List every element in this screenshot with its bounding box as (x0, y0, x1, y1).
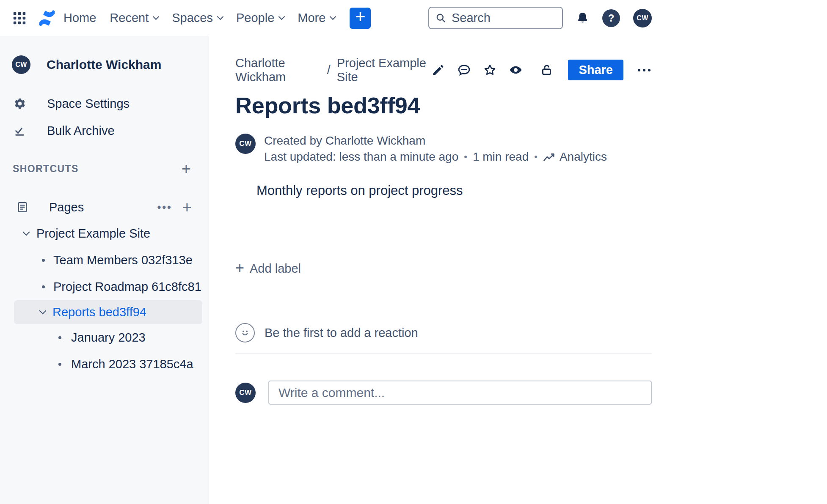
add-reaction-button[interactable] (235, 323, 255, 342)
grid-icon (12, 11, 27, 25)
byline-text: Created by Charlotte Wickham Last update… (264, 134, 607, 164)
breadcrumb-row: Charlotte Wickham / Project Example Site (235, 60, 652, 80)
dot-separator: • (464, 151, 467, 162)
nav-home[interactable]: Home (63, 11, 96, 25)
help-button[interactable]: ? (602, 9, 620, 27)
star-icon (483, 63, 497, 77)
edit-button[interactable] (430, 63, 446, 78)
notifications-button[interactable] (576, 11, 589, 25)
analytics-icon (543, 152, 555, 162)
share-button[interactable]: Share (568, 60, 623, 80)
app-switcher-button[interactable] (12, 11, 27, 26)
space-sidebar: CW Charlotte Wickham Space Settings Bulk… (0, 36, 209, 504)
tree-item-team-members[interactable]: Team Members 032f313e (0, 247, 209, 274)
confluence-logo[interactable] (37, 8, 57, 28)
chevron-down-icon (217, 13, 224, 20)
author-avatar-initials: CW (239, 140, 251, 148)
nav-spaces[interactable]: Spaces (172, 11, 223, 25)
space-menu: Space Settings Bulk Archive (0, 90, 209, 144)
bullet-icon (58, 363, 61, 366)
bulk-archive-icon (14, 124, 26, 137)
watch-button[interactable] (508, 63, 523, 78)
nav-spaces-label: Spaces (172, 11, 213, 25)
eye-icon (508, 63, 523, 77)
tree-item-project-example-site[interactable]: Project Example Site (0, 220, 209, 247)
comments-divider (235, 353, 652, 354)
pages-label: Pages (49, 200, 137, 214)
byline: CW Created by Charlotte Wickham Last upd… (235, 134, 652, 164)
nav-more[interactable]: More (298, 11, 335, 25)
commenter-avatar-initials: CW (239, 389, 251, 397)
tree-item-label: January 2023 (71, 331, 146, 345)
page-content: Charlotte Wickham / Project Example Site (209, 36, 664, 504)
chevron-down-icon (330, 13, 336, 20)
bullet-icon (42, 285, 45, 288)
nav-recent[interactable]: Recent (110, 11, 158, 25)
space-name: Charlotte Wickham (47, 58, 161, 72)
space-avatar-initials: CW (15, 61, 27, 68)
reaction-row: Be the first to add a reaction (235, 323, 652, 342)
sidebar-item-label: Bulk Archive (47, 124, 115, 138)
tree-item-reports-selected[interactable]: Reports bed3ff94 (14, 300, 202, 324)
user-avatar-initials: CW (637, 14, 648, 22)
commenter-avatar: CW (235, 383, 256, 403)
more-actions-button[interactable] (637, 63, 652, 78)
star-button[interactable] (482, 63, 497, 78)
author-avatar: CW (235, 134, 256, 154)
plus-icon: + (235, 260, 244, 276)
gear-icon (14, 97, 26, 110)
page-body-text: Monthly reports on project progress (256, 183, 652, 198)
tree-item-january-2023[interactable]: January 2023 (0, 324, 209, 351)
search-input[interactable] (452, 11, 559, 25)
byline-meta: Last updated: less than a minute ago • 1… (264, 150, 607, 164)
sidebar-item-label: Space Settings (47, 97, 130, 111)
confluence-logo-icon (37, 8, 57, 28)
sidebar-item-space-settings[interactable]: Space Settings (0, 90, 209, 117)
sidebar-item-bulk-archive[interactable]: Bulk Archive (0, 117, 209, 144)
pages-icon (16, 201, 29, 214)
page-title: Reports bed3ff94 (235, 93, 652, 118)
comment-input[interactable] (268, 381, 652, 405)
nav-home-label: Home (63, 11, 96, 25)
restrictions-button[interactable] (539, 63, 554, 78)
read-time-text: 1 min read (473, 150, 529, 164)
add-shortcut-button[interactable]: + (182, 161, 191, 177)
shortcuts-section-header: SHORTCUTS + (0, 162, 209, 175)
search-icon (435, 12, 447, 24)
tree-item-label: Team Members 032f313e (53, 253, 193, 267)
nav-more-label: More (298, 11, 325, 25)
reaction-prompt: Be the first to add a reaction (265, 326, 418, 340)
bell-icon (576, 11, 589, 25)
comment-icon (457, 63, 471, 77)
nav-recent-label: Recent (110, 11, 149, 25)
create-button[interactable]: + (350, 8, 371, 29)
tree-item-march-2023[interactable]: March 2023 37185c4a (0, 351, 209, 378)
add-page-button[interactable]: + (182, 199, 192, 215)
tree-item-project-roadmap[interactable]: Project Roadmap 61c8fc81 (0, 274, 209, 300)
pages-actions: ••• + (157, 199, 192, 215)
nav-people[interactable]: People (236, 11, 284, 25)
space-avatar: CW (12, 55, 30, 74)
comment-button[interactable] (456, 63, 471, 78)
breadcrumb-space-link[interactable]: Charlotte Wickham (235, 56, 321, 84)
comment-row: CW (235, 381, 652, 405)
add-label-button[interactable]: + Add label (235, 262, 301, 276)
top-navigation-bar: Home Recent Spaces People More + (0, 0, 664, 36)
tree-item-label: Reports bed3ff94 (52, 305, 146, 319)
pages-more-button[interactable]: ••• (157, 201, 172, 214)
user-avatar[interactable]: CW (633, 9, 652, 27)
last-updated-link[interactable]: Last updated: less than a minute ago (264, 150, 458, 164)
breadcrumb-parent-link[interactable]: Project Example Site (337, 56, 431, 84)
chevron-down-icon (153, 13, 160, 20)
tree-item-label: Project Roadmap 61c8fc81 (53, 280, 201, 294)
analytics-link[interactable]: Analytics (543, 150, 607, 164)
ellipsis-icon (637, 68, 652, 73)
chevron-down-icon (39, 307, 47, 315)
space-header[interactable]: CW Charlotte Wickham (0, 55, 209, 74)
primary-nav: Home Recent Spaces People More (63, 11, 349, 25)
page-actions: Share (430, 60, 652, 80)
breadcrumb: Charlotte Wickham / Project Example Site (235, 56, 430, 84)
pencil-icon (431, 63, 445, 77)
pages-section-header[interactable]: Pages ••• + (0, 194, 209, 220)
search-box[interactable] (428, 7, 563, 29)
